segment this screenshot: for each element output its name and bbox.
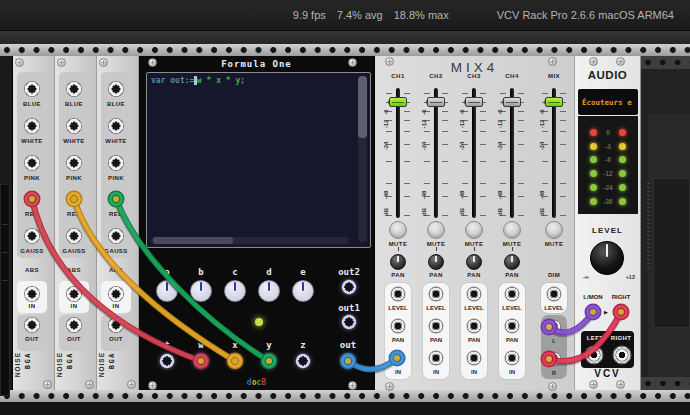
knob-b[interactable] bbox=[190, 280, 212, 302]
fader-track[interactable] bbox=[510, 88, 514, 218]
knob-label: c bbox=[232, 267, 237, 277]
fader-track[interactable] bbox=[434, 88, 438, 218]
pink-noise-output-port[interactable] bbox=[108, 155, 124, 171]
formula-one-module: Formula One var out:=w * x * y; a b c d … bbox=[139, 56, 374, 390]
level-cv-port[interactable] bbox=[467, 287, 482, 302]
audio-in-port[interactable] bbox=[505, 351, 520, 366]
port-label: OUT bbox=[55, 336, 93, 342]
fader-track[interactable] bbox=[396, 88, 400, 218]
gauss-noise-output-port[interactable] bbox=[66, 228, 82, 244]
pink-noise-output-port[interactable] bbox=[24, 155, 40, 171]
vertical-scrollbar[interactable] bbox=[358, 76, 367, 242]
pink-noise-output-port[interactable] bbox=[66, 155, 82, 171]
abs-in-port[interactable] bbox=[66, 286, 82, 302]
gauss-noise-output-port[interactable] bbox=[24, 228, 40, 244]
white-noise-output-port[interactable] bbox=[24, 118, 40, 134]
blue-noise-output-port[interactable] bbox=[24, 81, 40, 97]
white-noise-output-port[interactable] bbox=[66, 118, 82, 134]
port-label: OUT bbox=[97, 336, 135, 342]
pan-cv-port[interactable] bbox=[391, 319, 406, 334]
out-port[interactable] bbox=[341, 354, 356, 369]
fader-handle[interactable] bbox=[389, 97, 407, 107]
module-brand-abbr: BGA bbox=[66, 352, 74, 369]
red-noise-output-port[interactable] bbox=[108, 191, 124, 207]
noise-modules-row: BLUE WHITE PINK RED GAUSS ABS IN OUT NOI… bbox=[13, 56, 139, 390]
knob-c[interactable] bbox=[224, 280, 246, 302]
level-cv-port[interactable] bbox=[391, 287, 406, 302]
pan-cv-port[interactable] bbox=[467, 319, 482, 334]
fader-handle[interactable] bbox=[465, 97, 483, 107]
pan-cv-port[interactable] bbox=[429, 319, 444, 334]
pan-knob[interactable] bbox=[504, 254, 520, 270]
pan-knob[interactable] bbox=[428, 254, 444, 270]
port-label: IN bbox=[417, 369, 455, 375]
db-label: dB bbox=[421, 205, 427, 220]
right-out-port[interactable] bbox=[547, 352, 562, 367]
mute-button[interactable] bbox=[503, 221, 521, 239]
audio-in-port[interactable] bbox=[467, 351, 482, 366]
right-hardware-jack[interactable] bbox=[613, 346, 632, 365]
level-cv-port[interactable] bbox=[505, 287, 520, 302]
pan-knob[interactable] bbox=[466, 254, 482, 270]
level-cv-port[interactable] bbox=[429, 287, 444, 302]
mix-level-port[interactable] bbox=[547, 287, 562, 302]
fader-handle[interactable] bbox=[503, 97, 521, 107]
left-hardware-jack[interactable] bbox=[585, 346, 604, 365]
input-label: x bbox=[232, 340, 237, 350]
audio-in-port[interactable] bbox=[429, 351, 444, 366]
knob-a[interactable] bbox=[156, 280, 178, 302]
pan-cv-port[interactable] bbox=[505, 319, 520, 334]
right-label: RIGHT bbox=[606, 294, 636, 300]
x-input-port[interactable] bbox=[228, 354, 243, 369]
module-brand-abbr: BGA bbox=[24, 352, 32, 369]
meter-db-label: -6 bbox=[578, 156, 638, 163]
pan-label: PAN bbox=[379, 272, 417, 278]
fader-track[interactable] bbox=[552, 88, 556, 218]
range-max: +12 bbox=[626, 274, 635, 280]
blue-noise-output-port[interactable] bbox=[108, 81, 124, 97]
channel-label: CH2 bbox=[417, 73, 455, 79]
code-editor[interactable]: var out:=w * x * y; bbox=[146, 72, 371, 248]
code-line[interactable]: var out:=w * x * y; bbox=[151, 76, 245, 85]
lmon-input-port[interactable] bbox=[586, 305, 601, 320]
abs-out-port[interactable] bbox=[66, 317, 82, 333]
abs-in-port[interactable] bbox=[24, 286, 40, 302]
knob-e[interactable] bbox=[292, 280, 314, 302]
red-noise-output-port[interactable] bbox=[24, 191, 40, 207]
fader-handle[interactable] bbox=[427, 97, 445, 107]
gauss-noise-output-port[interactable] bbox=[108, 228, 124, 244]
mute-button[interactable] bbox=[389, 221, 407, 239]
port-label: PINK bbox=[13, 175, 51, 181]
abs-in-port[interactable] bbox=[108, 286, 124, 302]
left-out-port[interactable] bbox=[547, 320, 562, 335]
device-selector[interactable]: Écouteurs e bbox=[578, 89, 638, 115]
right-input-port[interactable] bbox=[614, 305, 629, 320]
out2-port[interactable] bbox=[342, 280, 357, 295]
knob-d[interactable] bbox=[258, 280, 280, 302]
fader-track[interactable] bbox=[472, 88, 476, 218]
t-input-port[interactable] bbox=[160, 354, 175, 369]
blue-noise-output-port[interactable] bbox=[66, 81, 82, 97]
white-noise-output-port[interactable] bbox=[108, 118, 124, 134]
mute-button[interactable] bbox=[427, 221, 445, 239]
abs-out-port[interactable] bbox=[108, 317, 124, 333]
fader-handle[interactable] bbox=[545, 97, 563, 107]
red-noise-output-port[interactable] bbox=[66, 191, 82, 207]
audio-in-port[interactable] bbox=[391, 351, 406, 366]
pan-knob[interactable] bbox=[390, 254, 406, 270]
left-out-label: LEFT bbox=[582, 335, 608, 341]
mute-button[interactable] bbox=[465, 221, 483, 239]
mute-button[interactable] bbox=[545, 221, 563, 239]
level-knob[interactable] bbox=[590, 241, 624, 275]
scrollbar-thumb[interactable] bbox=[153, 237, 233, 244]
horizontal-scrollbar[interactable] bbox=[151, 237, 349, 244]
abs-out-port[interactable] bbox=[24, 317, 40, 333]
out1-port[interactable] bbox=[342, 315, 357, 330]
device-name: Écouteurs e bbox=[578, 98, 632, 107]
scale-label: -48 bbox=[459, 188, 465, 203]
z-input-port[interactable] bbox=[296, 354, 311, 369]
scrollbar-thumb[interactable] bbox=[358, 76, 367, 138]
y-input-port[interactable] bbox=[262, 354, 277, 369]
port-label: IN bbox=[379, 369, 417, 375]
w-input-port[interactable] bbox=[194, 354, 209, 369]
